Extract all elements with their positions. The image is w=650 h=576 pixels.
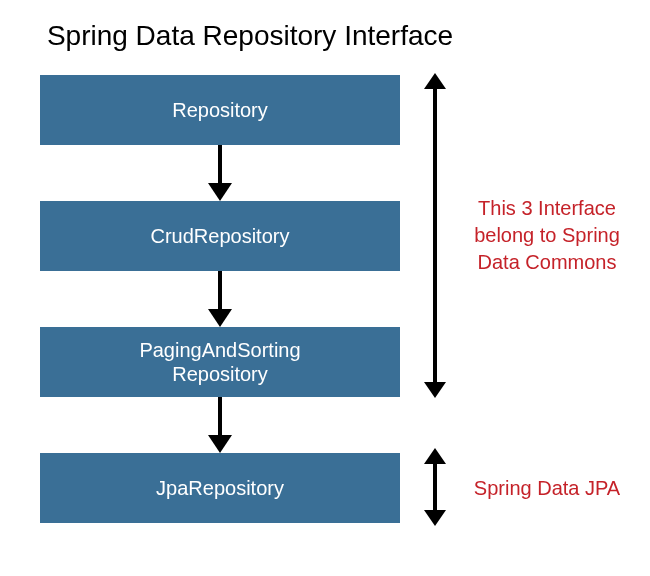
box-repository: Repository	[40, 75, 400, 145]
box-label-line1: PagingAndSorting	[139, 338, 300, 362]
arrow-down-icon	[198, 271, 242, 327]
box-crud-repository: CrudRepository	[40, 201, 400, 271]
annotation-line: This 3 Interface	[478, 197, 616, 219]
bracket-commons-icon	[420, 73, 450, 398]
annotation-line: Data Commons	[478, 251, 617, 273]
hierarchy-stack: Repository CrudRepository PagingAndSorti…	[40, 75, 400, 523]
annotation-commons: This 3 Interface belong to Spring Data C…	[462, 195, 632, 276]
box-label-line2: Repository	[172, 362, 268, 386]
annotation-line: belong to Spring	[474, 224, 620, 246]
box-label: JpaRepository	[156, 476, 284, 500]
box-label: CrudRepository	[151, 224, 290, 248]
arrow-down-icon	[198, 397, 242, 453]
arrow-down-icon	[198, 145, 242, 201]
annotation-jpa: Spring Data JPA	[462, 475, 632, 502]
bracket-jpa-icon	[420, 448, 450, 526]
box-paging-and-sorting-repository: PagingAndSorting Repository	[40, 327, 400, 397]
box-jpa-repository: JpaRepository	[40, 453, 400, 523]
diagram-title: Spring Data Repository Interface	[0, 20, 500, 52]
box-label: Repository	[172, 98, 268, 122]
